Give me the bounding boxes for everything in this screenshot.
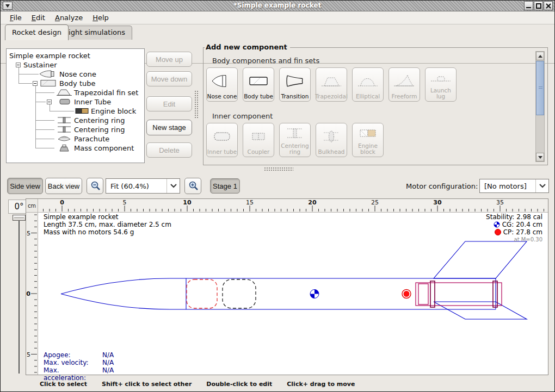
add-coupler-button[interactable]: Coupler — [243, 123, 274, 157]
add-component-title: Add new component — [205, 43, 290, 51]
tree-item-engine-block[interactable]: Engine block — [7, 107, 144, 116]
add-centering-ring-button[interactable]: Centering ring — [279, 123, 311, 157]
nose-cone-icon — [39, 70, 57, 79]
add-nose-cone-button[interactable]: Nose cone — [206, 67, 238, 102]
svg-text:30: 30 — [433, 199, 442, 206]
parachute-icon — [56, 135, 72, 144]
magnifier-minus-icon — [90, 181, 101, 191]
openrocket-window: *Simple example rocket File Edit Analyze… — [0, 0, 555, 392]
centering-ring-icon — [56, 126, 72, 135]
inner-tube-icon — [207, 123, 237, 149]
back-view-button[interactable]: Back view — [45, 178, 82, 194]
svg-text:5: 5 — [123, 199, 127, 206]
zoom-out-button[interactable] — [87, 178, 103, 194]
centering-ring-icon — [280, 123, 310, 143]
collapse-toggle-icon[interactable] — [16, 63, 21, 67]
menu-bar: File Edit Analyze Help — [1, 11, 554, 24]
freeform-fin-icon — [389, 68, 420, 94]
svg-text:20: 20 — [308, 199, 317, 206]
menu-edit[interactable]: Edit — [27, 13, 50, 23]
scroll-down-icon[interactable] — [536, 153, 544, 161]
collapse-toggle-icon[interactable] — [47, 99, 52, 104]
inner-tube-icon — [59, 98, 72, 107]
tree-item-rocket[interactable]: Simple example rocket — [7, 51, 144, 60]
svg-text:10: 10 — [183, 199, 192, 206]
vertical-split-divider[interactable] — [194, 90, 199, 119]
add-trapezoidal-fin-button[interactable]: Trapezoidal — [316, 67, 347, 102]
menu-analyze[interactable]: Analyze — [50, 13, 88, 23]
centering-ring-icon — [56, 116, 72, 126]
svg-text:25: 25 — [371, 199, 379, 206]
component-tree: Simple example rocket Sustainer Nose con… — [6, 48, 145, 163]
zoom-in-button[interactable] — [184, 178, 201, 194]
add-body-tube-button[interactable]: Body tube — [243, 67, 274, 102]
status-hint: Click+ drag to move — [287, 381, 355, 388]
delete-button[interactable]: Delete — [146, 142, 192, 158]
side-view-button[interactable]: Side view — [7, 178, 43, 194]
rocket-diagram[interactable] — [38, 213, 548, 375]
add-elliptical-fin-button[interactable]: Elliptical — [352, 67, 384, 102]
motor-configuration-select[interactable]: [No motors] — [479, 179, 549, 193]
new-stage-button[interactable]: New stage — [146, 120, 192, 135]
rotation-slider-track[interactable] — [18, 218, 20, 374]
component-panel-scrollbar[interactable] — [535, 51, 545, 162]
tree-item-centering-ring-1[interactable]: Centering ring — [7, 116, 144, 125]
stage-1-toggle[interactable]: Stage 1 — [210, 178, 240, 194]
launch-lug-icon — [425, 68, 456, 88]
cp-marker — [402, 290, 411, 298]
minimize-button[interactable] — [524, 1, 533, 10]
collapse-toggle-icon[interactable] — [33, 81, 38, 86]
horizontal-split-divider[interactable] — [264, 167, 293, 172]
add-component-panel: Add new component Body components and fi… — [203, 47, 548, 165]
svg-text:0: 0 — [26, 290, 30, 297]
svg-text:15: 15 — [246, 199, 254, 206]
scrollbar-thumb[interactable] — [536, 61, 544, 115]
cp-legend-icon — [495, 229, 501, 235]
zoom-level-select[interactable]: Fit (60.4%) — [106, 178, 180, 194]
nose-cone-icon — [207, 68, 237, 94]
move-down-button[interactable]: Move down — [146, 71, 192, 86]
edit-button[interactable]: Edit — [146, 96, 192, 111]
add-transition-button[interactable]: Transition — [279, 67, 311, 102]
status-hint: Shift+ click to select other — [102, 381, 192, 388]
scroll-up-icon[interactable] — [536, 52, 544, 60]
top-ruler: 05101520253035 — [38, 199, 548, 213]
tree-item-nose-cone[interactable]: Nose cone — [7, 70, 144, 79]
move-up-button[interactable]: Move up — [146, 52, 192, 67]
tree-item-mass-component[interactable]: Mass component — [7, 144, 144, 153]
menu-help[interactable]: Help — [88, 13, 114, 23]
svg-text:5: 5 — [27, 351, 30, 358]
tree-item-inner-tube[interactable]: Inner Tube — [7, 97, 144, 107]
rotation-slider-handle[interactable] — [13, 215, 26, 221]
inner-group-label: Inner component — [212, 112, 273, 120]
tree-item-parachute[interactable]: Parachute — [7, 134, 144, 144]
tree-item-trapezoidal-fin-set[interactable]: Trapezoidal fin set — [7, 88, 144, 97]
tab-bar: Rocket design Flight simulations — [1, 24, 554, 40]
title-bar: *Simple example rocket — [1, 1, 554, 11]
add-bulkhead-button[interactable]: Bulkhead — [316, 123, 347, 157]
bulkhead-icon — [316, 123, 347, 149]
add-engine-block-button[interactable]: Engine block — [352, 123, 384, 157]
tab-rocket-design[interactable]: Rocket design — [5, 24, 69, 40]
rocket-info: Simple example rocket Length 37.5 cm, ma… — [44, 213, 171, 236]
menu-file[interactable]: File — [5, 13, 27, 23]
add-inner-tube-button[interactable]: Inner tube — [206, 123, 238, 157]
trapezoidal-fin-icon — [56, 89, 72, 98]
add-launch-lug-button[interactable]: Launch lug — [425, 67, 457, 102]
maximize-button[interactable] — [534, 1, 543, 10]
engine-block-icon — [75, 107, 89, 116]
chevron-down-icon — [535, 179, 548, 192]
mass-component-icon — [56, 144, 72, 153]
close-button[interactable] — [544, 1, 553, 10]
status-hint: Click to select — [40, 381, 87, 388]
coupler-icon — [243, 123, 274, 149]
magnifier-plus-icon — [188, 181, 199, 191]
transition-icon — [280, 68, 310, 94]
tree-item-centering-ring-2[interactable]: Centering ring — [7, 125, 144, 134]
tree-item-sustainer[interactable]: Sustainer — [7, 60, 144, 70]
svg-text:-5: -5 — [26, 230, 30, 237]
tree-item-body-tube[interactable]: Body tube — [7, 79, 144, 88]
status-hint: Double-click to edit — [206, 381, 272, 388]
rocket-canvas[interactable]: cm 05101520253035 -505 — [26, 198, 548, 375]
add-freeform-fin-button[interactable]: Freeform — [388, 67, 420, 102]
